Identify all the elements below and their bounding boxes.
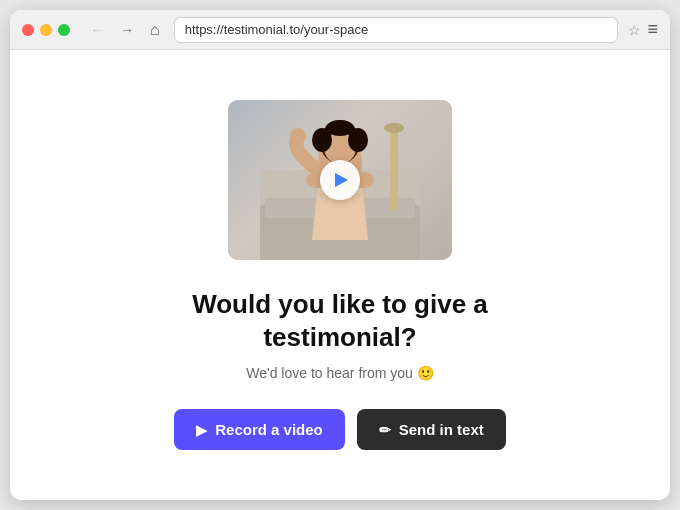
back-button[interactable]: ← bbox=[86, 20, 108, 40]
svg-point-4 bbox=[384, 123, 404, 133]
page-headline: Would you like to give a testimonial? bbox=[150, 288, 530, 353]
minimize-button[interactable] bbox=[40, 24, 52, 36]
home-button[interactable]: ⌂ bbox=[146, 19, 164, 41]
menu-button[interactable]: ≡ bbox=[647, 19, 658, 40]
nav-controls: ← → ⌂ bbox=[86, 19, 164, 41]
svg-point-11 bbox=[290, 128, 306, 144]
browser-window: ← → ⌂ https://testimonial.to/your-space … bbox=[10, 10, 670, 500]
page-content: Would you like to give a testimonial? We… bbox=[10, 50, 670, 500]
video-thumbnail bbox=[228, 100, 452, 260]
play-button[interactable] bbox=[320, 160, 360, 200]
pencil-icon: ✏ bbox=[379, 422, 391, 438]
cta-buttons: ▶ Record a video ✏ Send in text bbox=[174, 409, 506, 450]
send-text-button[interactable]: ✏ Send in text bbox=[357, 409, 506, 450]
title-bar: ← → ⌂ https://testimonial.to/your-space … bbox=[10, 10, 670, 50]
record-video-button[interactable]: ▶ Record a video bbox=[174, 409, 345, 450]
maximize-button[interactable] bbox=[58, 24, 70, 36]
svg-rect-3 bbox=[390, 130, 398, 210]
record-video-label: Record a video bbox=[215, 421, 323, 438]
bookmark-button[interactable]: ☆ bbox=[628, 22, 641, 38]
page-subtext: We'd love to hear from you 🙂 bbox=[246, 365, 434, 381]
forward-button[interactable]: → bbox=[116, 20, 138, 40]
video-icon: ▶ bbox=[196, 422, 207, 438]
play-icon bbox=[335, 173, 348, 187]
close-button[interactable] bbox=[22, 24, 34, 36]
url-text: https://testimonial.to/your-space bbox=[185, 22, 608, 37]
traffic-lights bbox=[22, 24, 70, 36]
address-bar[interactable]: https://testimonial.to/your-space bbox=[174, 17, 619, 43]
svg-point-10 bbox=[326, 120, 354, 136]
send-text-label: Send in text bbox=[399, 421, 484, 438]
